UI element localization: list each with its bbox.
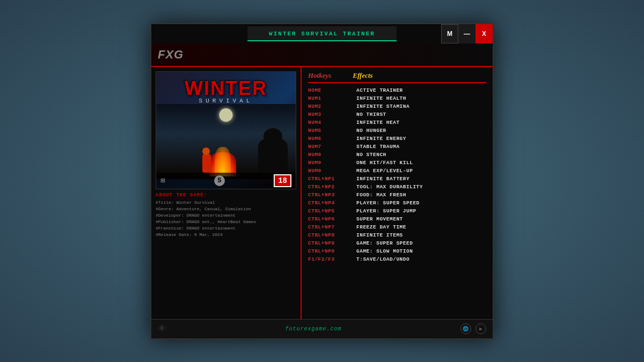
window-title: WINTER SURVIVAL TRAINER bbox=[269, 31, 375, 37]
logo-text: FXG bbox=[158, 48, 184, 61]
bottom-icons: 🌐 ▶ bbox=[460, 323, 486, 334]
hotkeys-list: HOMEACTIVE TRAINERNUM1INFINITE HEALTHNUM… bbox=[308, 86, 486, 263]
hotkey-key-4: NUM4 bbox=[308, 120, 356, 125]
hotkey-key-5: NUM5 bbox=[308, 128, 356, 134]
hotkey-key-21: F1/F2/F3 bbox=[308, 256, 356, 262]
about-item-1: #Genre: Adventure, Casual, Simulation bbox=[156, 206, 296, 212]
hotkey-effect-16: SUPER MOVEMENT bbox=[356, 216, 403, 222]
hotkey-row-9: NUM9ONE HIT/FAST KILL bbox=[308, 159, 486, 167]
main-content: WINTER SURVIVAL bbox=[151, 67, 493, 338]
outer-background: WINTER SURVIVAL TRAINER M — X FXG WINTER bbox=[0, 0, 644, 362]
hotkey-key-3: NUM3 bbox=[308, 112, 356, 117]
hotkey-effect-12: TOOL: MAX DURABILITY bbox=[356, 184, 423, 190]
hotkey-key-14: CTRL+NP4 bbox=[308, 200, 356, 206]
hotkey-row-2: NUM2INFINITE STAMINA bbox=[308, 102, 486, 110]
hotkey-key-7: NUM7 bbox=[308, 144, 356, 150]
hotkey-key-18: CTRL+NP8 bbox=[308, 232, 356, 238]
hotkey-key-10: NUM0 bbox=[308, 168, 356, 174]
hotkey-effect-15: PLAYER: SUPER JUMP bbox=[356, 208, 416, 214]
hotkey-row-19: CTRL+NP9GAME: SUPER SPEED bbox=[308, 239, 486, 247]
m-button[interactable]: M bbox=[441, 24, 458, 43]
game-cover: WINTER SURVIVAL bbox=[156, 71, 296, 189]
hotkey-row-15: CTRL+NP5PLAYER: SUPER JUMP bbox=[308, 207, 486, 215]
hotkey-effect-2: INFINITE STAMINA bbox=[356, 104, 409, 109]
hotkey-row-16: CTRL+NP6SUPER MOVEMENT bbox=[308, 215, 486, 223]
hotkey-row-1: NUM1INFINITE HEALTH bbox=[308, 94, 486, 102]
hotkey-key-16: CTRL+NP6 bbox=[308, 216, 356, 222]
minimize-button[interactable]: — bbox=[458, 24, 475, 43]
hotkey-key-0: HOME bbox=[308, 87, 356, 93]
hotkey-effect-19: GAME: SUPER SPEED bbox=[356, 240, 413, 246]
cover-art bbox=[156, 104, 296, 179]
cover-bottom-bar: ⊞ S 18 bbox=[156, 173, 296, 189]
right-panel[interactable]: Hotkeys Effects HOMEACTIVE TRAINERNUM1IN… bbox=[302, 67, 493, 338]
cover-title: WINTER bbox=[185, 77, 267, 100]
hotkey-row-10: NUM0MEGA EXP/LEVEL-UP bbox=[308, 167, 486, 175]
website-url: futurexgame.com bbox=[285, 326, 341, 332]
hotkey-effect-17: FREEZE DAY TIME bbox=[356, 224, 406, 230]
hotkey-key-2: NUM2 bbox=[308, 104, 356, 109]
logo-bar: FXG bbox=[151, 43, 493, 67]
hotkey-effect-8: NO STENCH bbox=[356, 152, 386, 158]
about-item-0: #Title: Winter Survival bbox=[156, 200, 296, 206]
hotkey-row-7: NUM7STABLE TRAUMA bbox=[308, 143, 486, 151]
hotkey-effect-13: FOOD: MAX FRESH bbox=[356, 192, 406, 198]
hotkey-effect-14: PLAYER: SUPER SPEED bbox=[356, 200, 420, 206]
hotkeys-column-header: Hotkeys bbox=[308, 71, 331, 80]
hotkey-effect-3: NO THIRST bbox=[356, 112, 386, 117]
close-button[interactable]: X bbox=[475, 24, 493, 43]
hotkey-key-15: CTRL+NP5 bbox=[308, 208, 356, 214]
effects-column-header: Effects bbox=[353, 71, 372, 80]
hotkey-effect-7: STABLE TRAUMA bbox=[356, 144, 400, 150]
title-bar: WINTER SURVIVAL TRAINER M — X bbox=[151, 24, 493, 43]
hotkey-effect-10: MEGA EXP/LEVEL-UP bbox=[356, 168, 413, 174]
about-info: #Title: Winter Survival #Genre: Adventur… bbox=[156, 200, 296, 238]
hotkey-effect-20: GAME: SLOW MOTION bbox=[356, 248, 413, 254]
about-item-2: #Developer: DRAGO entertainment bbox=[156, 212, 296, 219]
hotkey-row-12: CTRL+NP2TOOL: MAX DURABILITY bbox=[308, 183, 486, 191]
hotkey-key-8: NUM8 bbox=[308, 152, 356, 158]
fxg-logo: FXG bbox=[158, 48, 184, 62]
cover-subtitle: SURVIVAL bbox=[199, 98, 253, 104]
hotkey-row-0: HOMEACTIVE TRAINER bbox=[308, 86, 486, 94]
cover-title-text: WINTER bbox=[185, 77, 267, 99]
hotkey-effect-18: INFINITE ITEMS bbox=[356, 232, 403, 238]
hotkey-effect-0: ACTIVE TRAINER bbox=[356, 87, 403, 93]
hotkey-key-6: NUM6 bbox=[308, 136, 356, 142]
hotkey-key-11: CTRL+NP1 bbox=[308, 176, 356, 182]
hotkey-effect-11: INFINITE BATTERY bbox=[356, 176, 409, 182]
hotkey-key-19: CTRL+NP9 bbox=[308, 240, 356, 246]
about-title: ABOUT THE GAME: bbox=[156, 193, 296, 198]
about-section: ABOUT THE GAME: #Title: Winter Survival … bbox=[156, 193, 296, 318]
age-rating-badge: 18 bbox=[274, 174, 291, 187]
hotkey-row-5: NUM5NO HUNGER bbox=[308, 127, 486, 135]
title-bar-center: WINTER SURVIVAL TRAINER bbox=[247, 26, 397, 41]
window-controls: M — X bbox=[441, 24, 493, 43]
about-item-3: #Publisher: DRAGO ent., HeartBeat Games bbox=[156, 219, 296, 225]
hotkey-effect-1: INFINITE HEALTH bbox=[356, 95, 406, 101]
hotkey-row-13: CTRL+NP3FOOD: MAX FRESH bbox=[308, 191, 486, 199]
hotkey-effect-6: INFINITE ENERGY bbox=[356, 136, 406, 142]
hotkey-row-21: F1/F2/F3T:SAVE/LOAD/UNDO bbox=[308, 255, 486, 263]
hotkey-row-20: CTRL+NP0GAME: SLOW MOTION bbox=[308, 247, 486, 255]
steam-icon: S bbox=[214, 175, 225, 186]
hotkey-row-8: NUM8NO STENCH bbox=[308, 151, 486, 159]
hotkey-row-6: NUM6INFINITE ENERGY bbox=[308, 135, 486, 143]
about-item-5: #Release Date: 6 Mar, 2024 bbox=[156, 232, 296, 238]
windows-logo-icon: ⊞ bbox=[160, 176, 165, 185]
hotkey-key-17: CTRL+NP7 bbox=[308, 224, 356, 230]
about-item-4: #Franchise: DRAGO entertainment bbox=[156, 225, 296, 232]
hotkey-effect-21: T:SAVE/LOAD/UNDO bbox=[356, 256, 409, 262]
social-icon-2[interactable]: ▶ bbox=[475, 323, 486, 334]
hotkey-effect-4: INFINITE HEAT bbox=[356, 120, 400, 125]
hotkey-key-12: CTRL+NP2 bbox=[308, 184, 356, 190]
hotkey-key-20: CTRL+NP0 bbox=[308, 248, 356, 254]
social-icon-1[interactable]: 🌐 bbox=[460, 323, 471, 334]
hotkey-key-9: NUM9 bbox=[308, 160, 356, 166]
hotkey-row-14: CTRL+NP4PLAYER: SUPER SPEED bbox=[308, 199, 486, 207]
hotkey-row-17: CTRL+NP7FREEZE DAY TIME bbox=[308, 223, 486, 231]
hotkey-row-4: NUM4INFINITE HEAT bbox=[308, 119, 486, 127]
left-panel: WINTER SURVIVAL bbox=[151, 67, 302, 338]
bottom-bar: 👁 futurexgame.com 🌐 ▶ bbox=[151, 319, 493, 338]
hotkey-effect-9: ONE HIT/FAST KILL bbox=[356, 160, 413, 166]
